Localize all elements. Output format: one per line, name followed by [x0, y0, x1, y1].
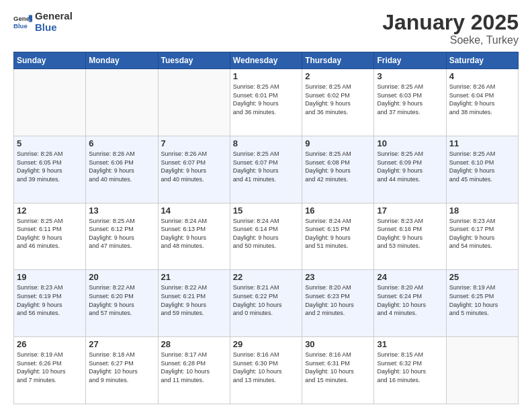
- day-number: 15: [233, 205, 299, 216]
- calendar-week-row: 5Sunrise: 8:26 AM Sunset: 6:05 PM Daylig…: [14, 136, 519, 203]
- logo-icon: General Blue: [13, 13, 32, 32]
- day-number: 20: [89, 272, 154, 282]
- location-title: Soeke, Turkey: [382, 34, 519, 46]
- table-row: 13Sunrise: 8:25 AM Sunset: 6:12 PM Dayli…: [86, 203, 158, 270]
- day-number: 2: [305, 71, 371, 81]
- day-info: Sunrise: 8:25 AM Sunset: 6:10 PM Dayligh…: [449, 150, 515, 183]
- title-area: January 2025 Soeke, Turkey: [382, 11, 519, 46]
- table-row: 14Sunrise: 8:24 AM Sunset: 6:13 PM Dayli…: [158, 203, 230, 270]
- day-number: 19: [17, 272, 83, 282]
- table-row: [158, 69, 230, 136]
- day-info: Sunrise: 8:25 AM Sunset: 6:12 PM Dayligh…: [89, 217, 154, 250]
- day-number: 24: [377, 272, 443, 282]
- table-row: 5Sunrise: 8:26 AM Sunset: 6:05 PM Daylig…: [14, 136, 86, 203]
- day-info: Sunrise: 8:24 AM Sunset: 6:14 PM Dayligh…: [233, 217, 299, 250]
- table-row: 18Sunrise: 8:23 AM Sunset: 6:17 PM Dayli…: [446, 203, 518, 270]
- day-info: Sunrise: 8:22 AM Sunset: 6:21 PM Dayligh…: [161, 283, 227, 317]
- day-info: Sunrise: 8:23 AM Sunset: 6:16 PM Dayligh…: [377, 217, 443, 250]
- day-number: 14: [161, 205, 227, 216]
- col-wednesday: Wednesday: [230, 52, 302, 69]
- day-number: 11: [449, 138, 515, 148]
- header: General Blue General Blue January 2025 S…: [13, 11, 519, 46]
- table-row: 26Sunrise: 8:19 AM Sunset: 6:26 PM Dayli…: [14, 337, 86, 404]
- day-info: Sunrise: 8:23 AM Sunset: 6:17 PM Dayligh…: [449, 217, 515, 250]
- table-row: 10Sunrise: 8:25 AM Sunset: 6:09 PM Dayli…: [374, 136, 446, 203]
- table-row: 11Sunrise: 8:25 AM Sunset: 6:10 PM Dayli…: [446, 136, 518, 203]
- svg-text:Blue: Blue: [13, 21, 28, 29]
- day-info: Sunrise: 8:25 AM Sunset: 6:02 PM Dayligh…: [305, 83, 371, 116]
- day-info: Sunrise: 8:26 AM Sunset: 6:05 PM Dayligh…: [17, 150, 83, 183]
- day-number: 18: [449, 205, 515, 216]
- logo: General Blue General Blue: [13, 11, 73, 33]
- day-info: Sunrise: 8:25 AM Sunset: 6:03 PM Dayligh…: [377, 83, 443, 116]
- day-info: Sunrise: 8:26 AM Sunset: 6:07 PM Dayligh…: [161, 150, 227, 183]
- day-info: Sunrise: 8:23 AM Sunset: 6:19 PM Dayligh…: [17, 283, 83, 317]
- day-number: 21: [161, 272, 227, 282]
- day-number: 8: [233, 138, 299, 148]
- day-info: Sunrise: 8:21 AM Sunset: 6:22 PM Dayligh…: [233, 283, 299, 317]
- day-number: 17: [377, 205, 443, 216]
- calendar-header-row: Sunday Monday Tuesday Wednesday Thursday…: [14, 52, 519, 69]
- day-number: 5: [17, 138, 83, 148]
- day-number: 30: [305, 339, 371, 349]
- day-info: Sunrise: 8:25 AM Sunset: 6:09 PM Dayligh…: [377, 150, 443, 183]
- day-info: Sunrise: 8:20 AM Sunset: 6:24 PM Dayligh…: [377, 283, 443, 317]
- col-tuesday: Tuesday: [158, 52, 230, 69]
- calendar-week-row: 1Sunrise: 8:25 AM Sunset: 6:01 PM Daylig…: [14, 69, 519, 136]
- table-row: 15Sunrise: 8:24 AM Sunset: 6:14 PM Dayli…: [230, 203, 302, 270]
- day-number: 29: [233, 339, 299, 349]
- day-number: 23: [305, 272, 371, 282]
- day-info: Sunrise: 8:22 AM Sunset: 6:20 PM Dayligh…: [89, 283, 154, 317]
- col-sunday: Sunday: [14, 52, 86, 69]
- table-row: 3Sunrise: 8:25 AM Sunset: 6:03 PM Daylig…: [374, 69, 446, 136]
- day-info: Sunrise: 8:19 AM Sunset: 6:26 PM Dayligh…: [17, 351, 83, 384]
- day-number: 10: [377, 138, 443, 148]
- day-info: Sunrise: 8:25 AM Sunset: 6:01 PM Dayligh…: [233, 83, 299, 116]
- col-friday: Friday: [374, 52, 446, 69]
- day-info: Sunrise: 8:16 AM Sunset: 6:30 PM Dayligh…: [233, 351, 299, 384]
- day-info: Sunrise: 8:24 AM Sunset: 6:13 PM Dayligh…: [161, 217, 227, 250]
- calendar-week-row: 12Sunrise: 8:25 AM Sunset: 6:11 PM Dayli…: [14, 203, 519, 270]
- table-row: 24Sunrise: 8:20 AM Sunset: 6:24 PM Dayli…: [374, 270, 446, 337]
- day-number: 4: [449, 71, 515, 81]
- page: General Blue General Blue January 2025 S…: [0, 0, 532, 411]
- table-row: 23Sunrise: 8:20 AM Sunset: 6:23 PM Dayli…: [302, 270, 374, 337]
- day-info: Sunrise: 8:25 AM Sunset: 6:08 PM Dayligh…: [305, 150, 371, 183]
- table-row: 31Sunrise: 8:15 AM Sunset: 6:32 PM Dayli…: [374, 337, 446, 404]
- table-row: 22Sunrise: 8:21 AM Sunset: 6:22 PM Dayli…: [230, 270, 302, 337]
- day-info: Sunrise: 8:26 AM Sunset: 6:06 PM Dayligh…: [89, 150, 154, 183]
- table-row: [14, 69, 86, 136]
- table-row: 6Sunrise: 8:26 AM Sunset: 6:06 PM Daylig…: [86, 136, 158, 203]
- day-info: Sunrise: 8:26 AM Sunset: 6:04 PM Dayligh…: [449, 83, 515, 116]
- day-number: 28: [161, 339, 227, 349]
- day-number: 7: [161, 138, 227, 148]
- table-row: 8Sunrise: 8:25 AM Sunset: 6:07 PM Daylig…: [230, 136, 302, 203]
- day-number: 12: [17, 205, 83, 216]
- table-row: 19Sunrise: 8:23 AM Sunset: 6:19 PM Dayli…: [14, 270, 86, 337]
- day-info: Sunrise: 8:25 AM Sunset: 6:11 PM Dayligh…: [17, 217, 83, 250]
- col-monday: Monday: [86, 52, 158, 69]
- logo-general-text: General: [35, 11, 73, 22]
- table-row: 21Sunrise: 8:22 AM Sunset: 6:21 PM Dayli…: [158, 270, 230, 337]
- day-number: 16: [305, 205, 371, 216]
- day-info: Sunrise: 8:25 AM Sunset: 6:07 PM Dayligh…: [233, 150, 299, 183]
- day-number: 13: [89, 205, 154, 216]
- day-info: Sunrise: 8:15 AM Sunset: 6:32 PM Dayligh…: [377, 351, 443, 384]
- day-number: 3: [377, 71, 443, 81]
- day-info: Sunrise: 8:20 AM Sunset: 6:23 PM Dayligh…: [305, 283, 371, 317]
- day-number: 9: [305, 138, 371, 148]
- table-row: [446, 337, 518, 404]
- day-number: 25: [449, 272, 515, 282]
- table-row: 12Sunrise: 8:25 AM Sunset: 6:11 PM Dayli…: [14, 203, 86, 270]
- calendar-week-row: 19Sunrise: 8:23 AM Sunset: 6:19 PM Dayli…: [14, 270, 519, 337]
- day-number: 26: [17, 339, 83, 349]
- table-row: 1Sunrise: 8:25 AM Sunset: 6:01 PM Daylig…: [230, 69, 302, 136]
- day-number: 6: [89, 138, 154, 148]
- table-row: 7Sunrise: 8:26 AM Sunset: 6:07 PM Daylig…: [158, 136, 230, 203]
- table-row: 2Sunrise: 8:25 AM Sunset: 6:02 PM Daylig…: [302, 69, 374, 136]
- day-info: Sunrise: 8:17 AM Sunset: 6:28 PM Dayligh…: [161, 351, 227, 384]
- day-info: Sunrise: 8:19 AM Sunset: 6:25 PM Dayligh…: [449, 283, 515, 317]
- table-row: 27Sunrise: 8:18 AM Sunset: 6:27 PM Dayli…: [86, 337, 158, 404]
- day-number: 1: [233, 71, 299, 81]
- day-info: Sunrise: 8:18 AM Sunset: 6:27 PM Dayligh…: [89, 351, 154, 384]
